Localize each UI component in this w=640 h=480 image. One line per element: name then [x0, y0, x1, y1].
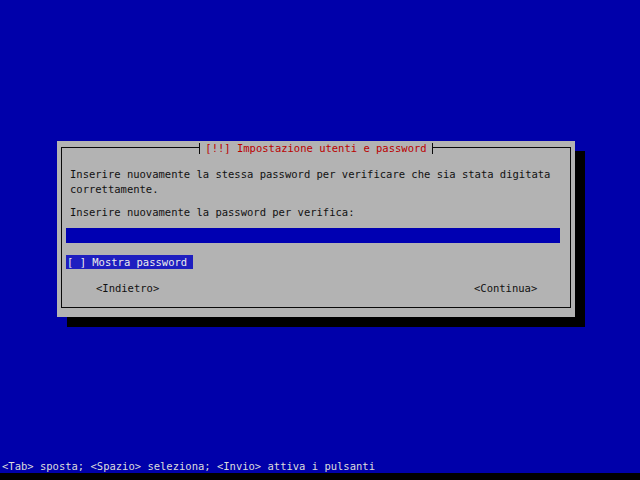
title-right-tick — [432, 143, 433, 154]
password-verify-input[interactable]: **********______________________________… — [66, 228, 560, 243]
continue-button[interactable]: <Continua> — [474, 281, 537, 295]
keyboard-help-bar: <Tab> sposta; <Spazio> seleziona; <Invio… — [2, 459, 375, 473]
dialog-title-row: [!!] Impostazione utenti e password — [57, 142, 575, 154]
password-prompt-label: Inserire nuovamente la password per veri… — [70, 205, 354, 219]
dialog-title: [!!] Impostazione utenti e password — [200, 142, 431, 155]
show-password-checkbox[interactable]: [ ] Mostra password — [66, 255, 193, 269]
console-screen: [!!] Impostazione utenti e password Inse… — [0, 0, 640, 480]
dialog-text-line1: Inserire nuovamente la stessa password p… — [70, 167, 550, 181]
dialog-text-line2: correttamente. — [70, 182, 159, 196]
bottom-black-strip — [0, 473, 640, 480]
password-setup-dialog: [!!] Impostazione utenti e password Inse… — [57, 141, 575, 317]
back-button[interactable]: <Indietro> — [96, 281, 159, 295]
